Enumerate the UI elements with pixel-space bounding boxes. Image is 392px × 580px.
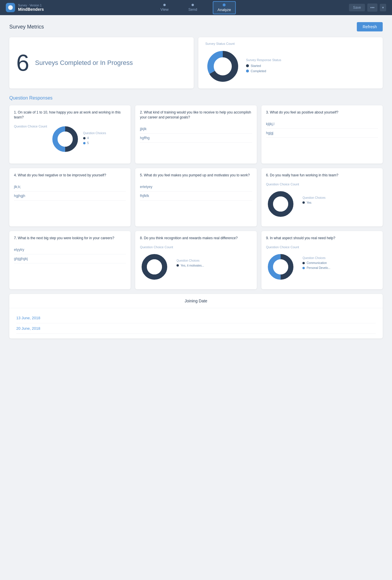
q1-chart-title: Question Choice Count — [14, 125, 47, 128]
q6-legend-label-yes: Yes — [307, 201, 311, 204]
nav-item-analyze[interactable]: Analyze — [213, 1, 236, 14]
q8-chart-title: Question Choice Count — [140, 245, 173, 249]
app-title: MindBenders — [18, 7, 44, 12]
q9-legend-dot-comm — [302, 262, 305, 264]
q8-chart-area: Question Choice Count Question Choices Y… — [140, 245, 252, 283]
q8-legend-dot — [177, 264, 179, 267]
q9-chart-area: Question Choice Count Question Choices C… — [266, 245, 378, 283]
status-donut-wrapper — [205, 49, 240, 84]
q6-donut-svg — [266, 189, 295, 219]
nav-label-send: Send — [188, 7, 197, 12]
q1-legend-4: 4 — [83, 136, 106, 140]
date-item-2: 20 June, 2018 — [16, 323, 376, 334]
q1-legend-title: Question Choices — [83, 132, 106, 135]
q1-legend-dot-4 — [83, 137, 85, 139]
completed-number: 6 — [16, 51, 29, 75]
q8-legend-title: Question Choices — [177, 259, 204, 262]
q9-legend: Question Choices Communication Personal … — [302, 256, 330, 271]
q9-legend-comm: Communication — [302, 261, 330, 265]
q8-donut-svg — [140, 252, 169, 281]
question-card-3: 3. What do you feel as positive about yo… — [261, 105, 383, 164]
question-card-9: 9. In what aspect should you real need h… — [261, 231, 383, 289]
dropdown-button[interactable]: ▾ — [380, 4, 386, 11]
q6-legend-yes: Yes — [302, 201, 325, 204]
q8-legend: Question Choices Yes, it motivates... — [177, 259, 204, 269]
svg-point-5 — [58, 132, 73, 147]
q1-legend: Question Choices 4 5 — [83, 132, 106, 146]
q6-chart-area: Question Choice Count Question Choices Y… — [266, 182, 378, 220]
status-donut-svg — [205, 49, 240, 84]
joining-date-body: 13 June, 2018 20 June, 2018 — [9, 308, 383, 338]
question-card-8: 8. Do you think recognition and rewards … — [135, 231, 256, 289]
q5-answer-1: ertetyey — [140, 182, 252, 191]
q9-legend-personal: Personal Develo... — [302, 266, 330, 269]
status-legend-title: Survey Response Status — [246, 58, 281, 62]
question-card-1: 1. On scale of 1 to 10, how happy you ar… — [9, 105, 131, 164]
header: Survey · Version 1 MindBenders View Send… — [0, 0, 392, 15]
joining-date-section: Joining Date 13 June, 2018 20 June, 2018 — [9, 294, 383, 338]
q9-chart-title: Question Choice Count — [266, 245, 299, 249]
question-text-1: 1. On scale of 1 to 10, how happy you ar… — [14, 110, 126, 120]
question-text-9: 9. In what aspect should you real need h… — [266, 236, 378, 241]
question-text-4: 4. What do you feel negative or to be im… — [14, 173, 126, 178]
q9-legend-label-comm: Communication — [307, 261, 327, 265]
q1-legend-label-4: 4 — [87, 136, 89, 140]
q1-legend-5: 5 — [83, 141, 106, 145]
save-button[interactable]: Save — [349, 4, 365, 11]
completed-count-card: 6 Surveys Completed or In Progress — [9, 37, 194, 88]
question-text-8: 8. Do you think recognition and rewards … — [140, 236, 252, 241]
svg-point-12 — [273, 259, 288, 274]
app-icon — [6, 3, 15, 12]
legend-dot-started — [246, 64, 249, 67]
question-card-2: 2. What kind of training would you like … — [135, 105, 256, 164]
nav-dot-analyze — [223, 3, 226, 6]
legend-label-completed: Completed — [251, 69, 266, 73]
nav-dot-view — [163, 4, 166, 6]
q6-chart-title: Question Choice Count — [266, 182, 299, 186]
q4-answer-2: hgjhgjh — [14, 191, 126, 201]
q8-legend-label: Yes, it motivates... — [181, 264, 204, 267]
question-card-5: 5. What do you feel makes you pumped up … — [135, 168, 256, 226]
q1-donut-svg — [51, 125, 80, 154]
page-header: Survey Metrics Refresh — [9, 22, 383, 31]
nav-label-analyze: Analyze — [218, 8, 231, 12]
status-chart-content: Survey Response Status Started Completed — [205, 49, 376, 84]
more-options-button[interactable]: ••• — [367, 3, 377, 12]
app-icon-inner — [8, 5, 13, 10]
nav-item-view[interactable]: View — [156, 2, 173, 13]
question-responses-title: Question Responses — [9, 95, 383, 101]
q6-legend: Question Choices Yes — [302, 196, 325, 206]
refresh-button[interactable]: Refresh — [357, 22, 383, 31]
joining-date-header: Joining Date — [9, 294, 383, 308]
svg-point-7 — [273, 196, 288, 212]
q3-answer-1: kjijkj,l — [266, 120, 378, 129]
q9-legend-dot-personal — [302, 267, 305, 269]
legend-item-completed: Completed — [246, 69, 281, 73]
date-item-1: 13 June, 2018 — [16, 313, 376, 323]
q6-legend-title: Question Choices — [302, 196, 325, 199]
status-chart-card: Survey Status Count Survey Response Stat… — [198, 37, 383, 88]
q8-legend-yes: Yes, it motivates... — [177, 264, 204, 267]
metrics-row: 6 Surveys Completed or In Progress Surve… — [9, 37, 383, 88]
q3-answer-2: hgjgj — [266, 129, 378, 138]
question-text-7: 7. What is the next big step you were lo… — [14, 236, 126, 241]
legend-item-started: Started — [246, 64, 281, 68]
main-content: Survey Metrics Refresh 6 Surveys Complet… — [0, 15, 392, 345]
question-text-2: 2. What kind of training would you like … — [140, 110, 252, 120]
header-left: Survey · Version 1 MindBenders — [6, 3, 44, 12]
q9-legend-label-personal: Personal Develo... — [307, 266, 330, 269]
nav-label-view: View — [161, 7, 169, 12]
question-text-3: 3. What do you feel as positive about yo… — [266, 110, 378, 115]
question-card-4: 4. What do you feel negative or to be im… — [9, 168, 131, 226]
q9-donut-svg — [266, 252, 295, 281]
header-nav: View Send Analyze — [156, 1, 236, 14]
question-card-7: 7. What is the next big step you were lo… — [9, 231, 131, 289]
questions-grid-row3: 7. What is the next big step you were lo… — [9, 231, 383, 289]
completed-label: Surveys Completed or In Progress — [35, 59, 133, 67]
q1-chart-area: Question Choice Count Question Choices 4… — [14, 125, 126, 154]
svg-point-2 — [214, 58, 231, 75]
nav-item-send[interactable]: Send — [184, 2, 201, 13]
legend-dot-completed — [246, 70, 249, 72]
questions-grid-row1: 1. On scale of 1 to 10, how happy you ar… — [9, 105, 383, 164]
q6-legend-dot-yes — [302, 201, 305, 204]
